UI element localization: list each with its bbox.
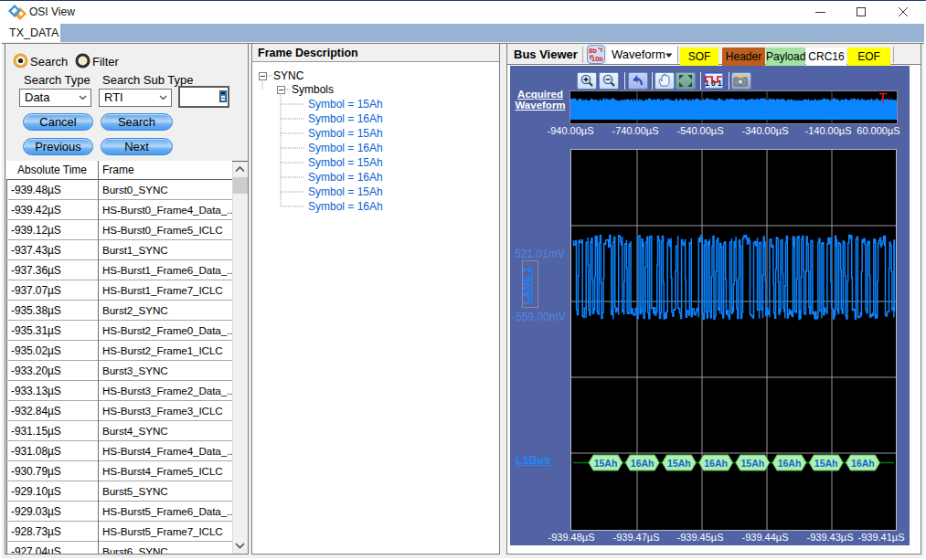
svg-text:15Ah: 15Ah	[740, 458, 764, 469]
svg-text:16Ah: 16Ah	[631, 458, 655, 469]
svg-text:10b: 10b	[591, 55, 603, 63]
svg-text:8b: 8b	[589, 47, 597, 55]
svg-text:16Ah: 16Ah	[704, 458, 728, 469]
svg-text:16Ah: 16Ah	[778, 458, 802, 469]
svg-text:16Ah: 16Ah	[851, 458, 875, 469]
svg-text:LANE 1: LANE 1	[521, 267, 532, 305]
svg-text:15Ah: 15Ah	[594, 458, 618, 469]
svg-text:15Ah: 15Ah	[667, 458, 691, 469]
svg-text:15Ah: 15Ah	[814, 458, 838, 469]
